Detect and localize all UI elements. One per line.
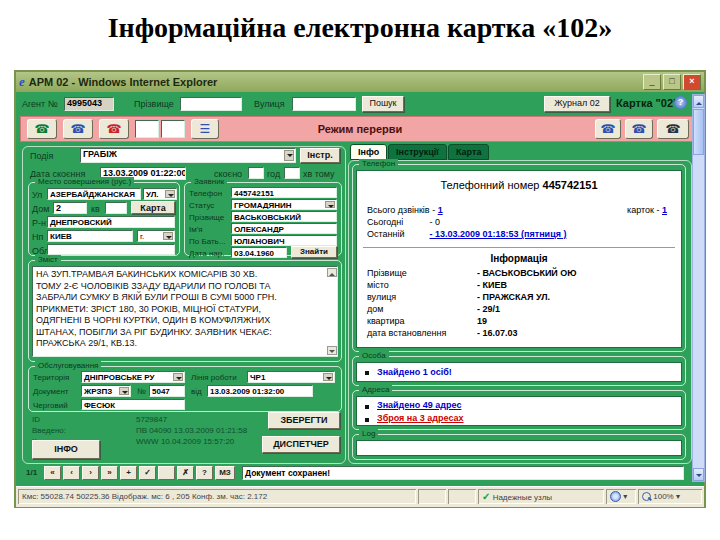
phone-number-prefix: Телефонний номер — [440, 179, 539, 191]
document-dropdown-icon[interactable] — [119, 387, 129, 395]
protected-mode-segment[interactable]: ▾ — [606, 489, 636, 504]
document-number-input[interactable]: 5047 — [149, 385, 185, 397]
event-combo[interactable]: ГРАБІЖ — [80, 148, 296, 163]
help-icon[interactable]: ? — [674, 96, 687, 109]
nav-next-button[interactable]: › — [82, 466, 99, 480]
surname-search-input[interactable] — [180, 97, 242, 111]
place-district-label: Р-н — [32, 218, 46, 228]
nav-confirm-button[interactable]: ✓ — [139, 466, 156, 480]
territory-dropdown-icon[interactable] — [173, 373, 183, 381]
cards-count-link[interactable]: 1 — [662, 205, 667, 215]
ago-label-3: хв тому — [303, 169, 335, 179]
work-line-dropdown-icon[interactable] — [323, 373, 333, 381]
info-button[interactable]: ІНФО — [32, 440, 100, 459]
work-line-combo[interactable]: ЧР1 — [247, 371, 335, 383]
place-house-label: Дом — [32, 204, 49, 214]
agent-number-label: Агент № — [22, 99, 57, 109]
nav-add-button[interactable]: + — [120, 466, 137, 480]
claimant-patronymic-input[interactable]: ЮЛІАНОВИЧ — [231, 235, 337, 246]
transfer-call-button[interactable]: ☎ — [625, 119, 653, 139]
document-status-field: Документ сохранен! — [242, 466, 684, 480]
weapons-addresses-link[interactable]: Зброя на 3 адресах — [377, 413, 464, 423]
ago-label-2: год — [267, 169, 280, 179]
addresses-found-link[interactable]: Знайдено 49 адрес — [377, 400, 461, 410]
hold-call-button[interactable]: ☎ — [595, 119, 621, 139]
person-found-link[interactable]: Знайдено 1 осіб! — [377, 367, 452, 377]
map-button[interactable]: Карта — [131, 201, 175, 214]
content-group: Зміст НА ЗУП.ТРАМВАЯ БАКИНСЬКИХ КОМІСАРІ… — [28, 260, 342, 362]
place-house-input[interactable]: 2 — [53, 202, 87, 214]
place-street-input[interactable]: АЗЕРБАЙДЖАНСКАЯ — [47, 188, 141, 200]
info-value: - 16.07.03 — [477, 328, 518, 338]
ago-hours-input[interactable] — [248, 167, 264, 179]
place-city-input[interactable]: КИЕВ — [47, 230, 133, 242]
vertical-scrollbar[interactable] — [692, 94, 705, 482]
tab-map[interactable]: Карта — [448, 144, 489, 160]
claimant-status-label: Статус — [189, 201, 214, 210]
instruction-button[interactable]: Інстр. — [300, 148, 340, 163]
place-district-input[interactable]: ДНЕПРОВСКИЙ — [47, 216, 175, 228]
tab-instructions[interactable]: Інструкції — [388, 144, 447, 160]
claimant-status-combo[interactable]: ГРОМАДЯНИН — [231, 199, 337, 210]
street-search-input[interactable] — [292, 97, 356, 111]
incident-textarea[interactable]: НА ЗУП.ТРАМВАЯ БАКИНСЬКИХ КОМІСАРІВ 30 Х… — [32, 266, 338, 357]
nav-delete-button[interactable]: ✗ — [177, 466, 194, 480]
nav-mz-button[interactable]: МЗ — [215, 466, 235, 480]
street-search-label: Вулиця — [254, 99, 285, 109]
restore-button[interactable]: □ — [663, 74, 681, 90]
place-apt-label: кв — [91, 204, 100, 214]
nav-blank-button[interactable] — [158, 466, 175, 480]
scroll-down-icon[interactable] — [693, 468, 704, 481]
document-from-input[interactable]: 13.03.2009 01:32:00 — [207, 385, 313, 397]
info-label: дом — [367, 304, 477, 314]
territory-value: ДНІПРОВСЬКЕ РУ — [84, 373, 155, 382]
event-label: Подія — [30, 151, 53, 161]
tab-info[interactable]: Інфо — [350, 144, 387, 160]
address-group: Адреса Знайдено 49 адрес Зброя на 3 адре… — [352, 390, 686, 430]
statusbar-segment — [418, 489, 446, 504]
nav-help-button[interactable]: ? — [196, 466, 213, 480]
status-dropdown-icon[interactable] — [325, 201, 335, 208]
place-street-type-combo[interactable]: УЛ. — [143, 188, 177, 200]
claimant-phone-input[interactable]: 445742151 — [231, 187, 337, 198]
textarea-scroll-up-icon[interactable] — [327, 268, 337, 277]
document-combo[interactable]: ЖРЗПЗ — [81, 385, 131, 397]
find-person-button[interactable]: Знайти — [291, 246, 337, 258]
nav-last-button[interactable]: » — [101, 466, 118, 480]
divider — [363, 247, 675, 248]
info-row-install-date: дата встановлення- 16.07.03 — [367, 328, 518, 338]
claimant-surname-input[interactable]: ВАСЬКОВСЬКИЙ — [231, 211, 337, 222]
slide-title: Інформаційна електронна картка «102» — [0, 12, 720, 44]
last-call-link[interactable]: - 13.03.2009 01:18:53 (пятниця ) — [430, 229, 567, 239]
dispatcher-button[interactable]: ДИСПЕТЧЕР — [262, 436, 340, 453]
journal-button[interactable]: Журнал 02 — [544, 96, 610, 112]
search-button[interactable]: Пошук — [362, 96, 404, 112]
entered-label: Введено: — [32, 426, 66, 435]
phone-group: Телефон Телефонний номер 445742151 Всьог… — [352, 164, 686, 352]
hangup-button[interactable]: ☎ — [657, 119, 689, 139]
city-type-dropdown-icon[interactable] — [163, 232, 173, 240]
claimant-phone-label: Телефон — [189, 189, 222, 198]
zoom-segment[interactable]: 100% ▾ — [638, 489, 702, 504]
duty-officer-input[interactable]: ФЕСЮК — [81, 399, 185, 410]
scrollbar-thumb[interactable] — [693, 109, 704, 155]
event-dropdown-icon[interactable] — [284, 150, 294, 161]
street-type-dropdown-icon[interactable] — [165, 190, 175, 198]
nav-first-button[interactable]: « — [44, 466, 61, 480]
slide: Інформаційна електронна картка «102» e А… — [0, 0, 720, 540]
place-region-input[interactable] — [47, 244, 175, 255]
textarea-scroll-down-icon[interactable] — [327, 346, 337, 355]
place-apt-input[interactable] — [105, 202, 127, 214]
place-city-type-combo[interactable]: г. — [137, 230, 175, 242]
scroll-up-icon[interactable] — [693, 95, 704, 108]
save-button[interactable]: ЗБЕРЕГТИ — [268, 412, 340, 429]
nav-prev-button[interactable]: ‹ — [63, 466, 80, 480]
ago-minutes-input[interactable] — [284, 167, 300, 179]
claimant-name-input[interactable]: ОЛЕКСАНДР — [231, 223, 337, 234]
territory-combo[interactable]: ДНІПРОВСЬКЕ РУ — [81, 371, 185, 383]
claimant-birth-input[interactable]: 03.04.1960 — [231, 247, 287, 258]
minimize-button[interactable]: _ — [643, 74, 661, 90]
place-street-label: Ул — [32, 190, 42, 200]
close-button[interactable]: × — [683, 74, 701, 90]
calls-total-link[interactable]: 1 — [438, 205, 443, 215]
